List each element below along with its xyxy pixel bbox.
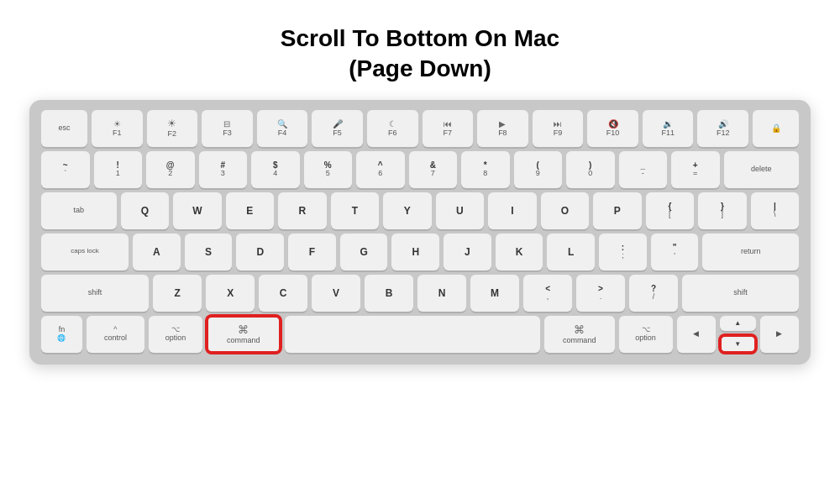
key-2[interactable]: @2 bbox=[146, 151, 195, 188]
key-return[interactable]: return bbox=[702, 234, 799, 270]
key-s[interactable]: S bbox=[185, 234, 233, 270]
key-minus[interactable]: _- bbox=[619, 151, 668, 188]
key-z[interactable]: Z bbox=[153, 275, 202, 312]
key-arrow-right[interactable]: ▶ bbox=[760, 316, 799, 353]
key-arrow-left[interactable]: ◀ bbox=[677, 316, 716, 353]
key-a[interactable]: A bbox=[133, 234, 181, 270]
key-f7[interactable]: ⏮F7 bbox=[423, 110, 474, 147]
key-q[interactable]: Q bbox=[121, 192, 170, 229]
zxcv-row: shift Z X C V B N M <, >. ?/ shift bbox=[41, 275, 799, 312]
key-x[interactable]: X bbox=[206, 275, 255, 312]
key-command-left[interactable]: ⌘command bbox=[207, 316, 281, 353]
key-y[interactable]: Y bbox=[383, 192, 432, 229]
key-f8[interactable]: ▶F8 bbox=[477, 110, 528, 147]
key-b[interactable]: B bbox=[365, 275, 413, 312]
key-f6[interactable]: ☾F6 bbox=[367, 110, 418, 147]
key-period[interactable]: >. bbox=[576, 275, 625, 312]
arrow-up-down-group: ▲ ▼ bbox=[720, 316, 755, 353]
key-shift-left[interactable]: shift bbox=[41, 275, 149, 312]
key-7[interactable]: &7 bbox=[409, 151, 458, 188]
key-control[interactable]: ^control bbox=[87, 316, 144, 353]
key-space[interactable] bbox=[285, 316, 540, 353]
key-arrow-up[interactable]: ▲ bbox=[720, 316, 755, 331]
asdf-row: caps lock A S D F G H J K L :; "' return bbox=[41, 234, 799, 270]
key-f[interactable]: F bbox=[288, 234, 336, 270]
keyboard: esc ☀F1 ☀F2 ⊟F3 🔍F4 🎤F5 ☾F6 ⏮F7 ▶F8 ⏭F9 … bbox=[29, 100, 811, 365]
key-f3[interactable]: ⊟F3 bbox=[202, 110, 253, 147]
function-row: esc ☀F1 ☀F2 ⊟F3 🔍F4 🎤F5 ☾F6 ⏮F7 ▶F8 ⏭F9 … bbox=[41, 110, 799, 147]
key-t[interactable]: T bbox=[331, 192, 380, 229]
key-g[interactable]: G bbox=[340, 234, 388, 270]
key-f1[interactable]: ☀F1 bbox=[92, 110, 143, 147]
key-option-right[interactable]: ⌥option bbox=[619, 316, 673, 353]
page-title: Scroll To Bottom On Mac (Page Down) bbox=[281, 24, 559, 85]
key-6[interactable]: ^6 bbox=[356, 151, 405, 188]
bottom-row: fn🌐 ^control ⌥option ⌘command ⌘command ⌥… bbox=[41, 316, 799, 353]
key-backslash[interactable]: |\ bbox=[751, 192, 800, 229]
key-e[interactable]: E bbox=[226, 192, 275, 229]
key-v[interactable]: V bbox=[312, 275, 360, 312]
key-shift-right[interactable]: shift bbox=[682, 275, 799, 312]
key-f11[interactable]: 🔉F11 bbox=[643, 110, 694, 147]
qwerty-row: tab Q W E R T Y U I O P {[ }] |\ bbox=[41, 192, 799, 229]
key-f10[interactable]: 🔇F10 bbox=[587, 110, 638, 147]
key-i[interactable]: I bbox=[488, 192, 537, 229]
key-8[interactable]: *8 bbox=[461, 151, 510, 188]
key-p[interactable]: P bbox=[593, 192, 642, 229]
key-comma[interactable]: <, bbox=[523, 275, 572, 312]
key-1[interactable]: !1 bbox=[94, 151, 143, 188]
key-l[interactable]: L bbox=[547, 234, 595, 270]
key-quote[interactable]: "' bbox=[651, 234, 699, 270]
key-f9[interactable]: ⏭F9 bbox=[533, 110, 584, 147]
key-tilde[interactable]: ~` bbox=[41, 151, 90, 188]
key-n[interactable]: N bbox=[417, 275, 466, 312]
number-row: ~` !1 @2 #3 $4 %5 ^6 &7 *8 (9 )0 _- += d… bbox=[41, 151, 799, 188]
key-3[interactable]: #3 bbox=[199, 151, 248, 188]
key-d[interactable]: D bbox=[236, 234, 284, 270]
key-c[interactable]: C bbox=[259, 275, 307, 312]
key-4[interactable]: $4 bbox=[251, 151, 300, 188]
key-fn[interactable]: fn🌐 bbox=[41, 316, 82, 353]
key-slash[interactable]: ?/ bbox=[629, 275, 678, 312]
key-f2[interactable]: ☀F2 bbox=[147, 110, 198, 147]
key-semicolon[interactable]: :; bbox=[599, 234, 647, 270]
key-lbracket[interactable]: {[ bbox=[646, 192, 695, 229]
key-f12[interactable]: 🔊F12 bbox=[697, 110, 748, 147]
key-9[interactable]: (9 bbox=[514, 151, 563, 188]
key-h[interactable]: H bbox=[391, 234, 439, 270]
key-option-left[interactable]: ⌥option bbox=[149, 316, 202, 353]
key-f5[interactable]: 🎤F5 bbox=[312, 110, 363, 147]
key-f4[interactable]: 🔍F4 bbox=[257, 110, 308, 147]
key-rbracket[interactable]: }] bbox=[698, 192, 747, 229]
key-5[interactable]: %5 bbox=[304, 151, 353, 188]
key-capslock[interactable]: caps lock bbox=[41, 234, 129, 270]
key-tab[interactable]: tab bbox=[41, 192, 117, 229]
key-o[interactable]: O bbox=[541, 192, 590, 229]
key-m[interactable]: M bbox=[470, 275, 519, 312]
key-delete[interactable]: delete bbox=[724, 151, 800, 188]
key-u[interactable]: U bbox=[436, 192, 485, 229]
key-j[interactable]: J bbox=[444, 234, 491, 270]
key-esc[interactable]: esc bbox=[41, 110, 87, 147]
key-r[interactable]: R bbox=[278, 192, 327, 229]
key-lock[interactable]: 🔒 bbox=[753, 110, 799, 147]
key-equals[interactable]: += bbox=[671, 151, 720, 188]
key-command-right[interactable]: ⌘command bbox=[544, 316, 615, 353]
key-0[interactable]: )0 bbox=[566, 151, 615, 188]
key-arrow-down[interactable]: ▼ bbox=[720, 335, 755, 353]
key-k[interactable]: K bbox=[496, 234, 543, 270]
key-w[interactable]: W bbox=[173, 192, 222, 229]
